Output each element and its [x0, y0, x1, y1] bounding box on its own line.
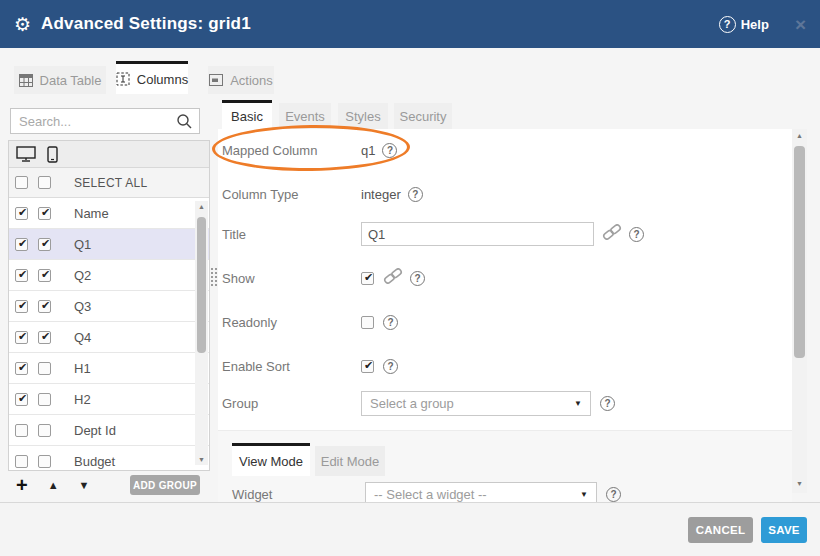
cancel-button[interactable]: CANCEL — [688, 517, 753, 543]
readonly-help-icon[interactable]: ? — [383, 315, 398, 330]
column-row[interactable]: Q4 — [9, 322, 209, 353]
dialog-header: ⚙ Advanced Settings: grid1 ? Help × — [0, 0, 820, 48]
mobile-checkbox[interactable] — [38, 238, 51, 251]
scroll-up-icon[interactable]: ▲ — [195, 203, 208, 210]
column-row[interactable]: Name — [9, 198, 209, 229]
column-name: Name — [74, 206, 109, 221]
column-name: Dept Id — [74, 423, 116, 438]
desktop-checkbox[interactable] — [15, 362, 28, 375]
column-name: Q1 — [74, 237, 91, 252]
widget-help-icon[interactable]: ? — [606, 487, 621, 502]
move-up-button[interactable]: ▲ — [48, 479, 59, 491]
readonly-checkbox[interactable] — [361, 316, 374, 329]
column-row[interactable]: Q3 — [9, 291, 209, 322]
tab-security[interactable]: Security — [394, 103, 452, 129]
title-help-icon[interactable]: ? — [629, 227, 644, 242]
search-icon[interactable] — [176, 113, 193, 130]
column-list: NameQ1Q2Q3Q4H1H2Dept IdBudget ▲ ▼ — [9, 198, 209, 469]
show-checkbox[interactable] — [361, 272, 374, 285]
mobile-icon[interactable] — [47, 146, 58, 163]
show-help-icon[interactable]: ? — [410, 271, 425, 286]
save-button[interactable]: SAVE — [761, 517, 807, 543]
form-scrollbar[interactable]: ▲ ▼ — [792, 129, 807, 493]
desktop-icon[interactable] — [16, 146, 36, 162]
mobile-checkbox[interactable] — [38, 331, 51, 344]
add-group-button[interactable]: ADD GROUP — [130, 475, 200, 495]
group-help-icon[interactable]: ? — [600, 396, 615, 411]
desktop-checkbox[interactable] — [15, 269, 28, 282]
column-row[interactable]: H1 — [9, 353, 209, 384]
column-row[interactable]: Dept Id — [9, 415, 209, 446]
enable-sort-checkbox[interactable] — [361, 360, 374, 373]
help-icon[interactable]: ? — [719, 16, 736, 33]
title-row: Title ? — [218, 221, 792, 247]
desktop-checkbox[interactable] — [15, 393, 28, 406]
columns-list-panel: SELECT ALL NameQ1Q2Q3Q4H1H2Dept IdBudget… — [8, 140, 210, 471]
tab-actions[interactable]: Actions — [208, 66, 274, 94]
tab-basic[interactable]: Basic — [222, 100, 272, 129]
link-icon[interactable] — [383, 268, 403, 284]
scroll-up-icon[interactable]: ▲ — [792, 132, 807, 139]
desktop-checkbox[interactable] — [15, 424, 28, 437]
desktop-checkbox[interactable] — [15, 238, 28, 251]
readonly-row: Readonly ? — [218, 309, 792, 335]
mobile-checkbox[interactable] — [38, 424, 51, 437]
show-row: Show ? — [218, 265, 792, 291]
scroll-down-icon[interactable]: ▼ — [195, 456, 208, 463]
select-all-label: SELECT ALL — [74, 176, 148, 190]
column-row[interactable]: Budget — [9, 446, 209, 469]
help-link[interactable]: Help — [741, 17, 769, 32]
mobile-checkbox[interactable] — [38, 455, 51, 468]
dialog-footer: CANCEL SAVE — [0, 502, 820, 556]
add-column-button[interactable]: + — [16, 475, 28, 495]
gear-icon: ⚙ — [14, 15, 31, 34]
panel-splitter-handle[interactable] — [209, 266, 218, 288]
scroll-down-icon[interactable]: ▼ — [792, 480, 807, 487]
desktop-checkbox[interactable] — [15, 207, 28, 220]
mobile-checkbox[interactable] — [38, 393, 51, 406]
desktop-checkbox[interactable] — [15, 331, 28, 344]
tab-label: Edit Mode — [321, 454, 380, 469]
tab-label: Actions — [230, 73, 273, 88]
move-down-button[interactable]: ▼ — [79, 479, 90, 491]
search-input[interactable] — [11, 109, 171, 133]
widget-select[interactable]: -- Select a widget -- ▼ — [365, 482, 597, 502]
device-header-row — [9, 141, 209, 168]
desktop-checkbox[interactable] — [15, 300, 28, 313]
title-input[interactable] — [361, 222, 594, 246]
dialog-title: Advanced Settings: grid1 — [41, 14, 251, 34]
tab-data-table[interactable]: Data Table — [14, 66, 106, 94]
column-row[interactable]: Q2 — [9, 260, 209, 291]
enable-sort-help-icon[interactable]: ? — [383, 359, 398, 374]
select-all-row[interactable]: SELECT ALL — [9, 168, 209, 198]
column-row[interactable]: H2 — [9, 384, 209, 415]
link-icon[interactable] — [602, 224, 622, 240]
column-name: H2 — [74, 392, 91, 407]
tab-label: Events — [285, 109, 325, 124]
mobile-checkbox[interactable] — [38, 207, 51, 220]
readonly-label: Readonly — [218, 315, 361, 330]
list-scrollbar[interactable]: ▲ ▼ — [195, 201, 208, 465]
widget-row: Widget -- Select a widget -- ▼ ? — [218, 482, 792, 502]
group-select[interactable]: Select a group ▼ — [361, 391, 591, 416]
scrollbar-thumb[interactable] — [197, 217, 206, 353]
mobile-checkbox[interactable] — [38, 300, 51, 313]
tab-columns[interactable]: Columns — [116, 61, 188, 94]
column-type-help-icon[interactable]: ? — [408, 187, 423, 202]
tab-view-mode[interactable]: View Mode — [232, 443, 310, 476]
close-icon[interactable]: × — [795, 15, 806, 34]
column-name: Budget — [74, 454, 115, 469]
column-row[interactable]: Q1 — [9, 229, 209, 260]
column-type-value: integer — [361, 187, 401, 202]
column-name: Q3 — [74, 299, 91, 314]
tab-edit-mode[interactable]: Edit Mode — [315, 446, 385, 476]
mobile-checkbox[interactable] — [38, 269, 51, 282]
scrollbar-thumb[interactable] — [794, 146, 805, 358]
mobile-checkbox[interactable] — [38, 362, 51, 375]
select-all-mobile-checkbox[interactable] — [38, 176, 51, 189]
select-all-desktop-checkbox[interactable] — [15, 176, 28, 189]
desktop-checkbox[interactable] — [15, 455, 28, 468]
advanced-settings-dialog: ⚙ Advanced Settings: grid1 ? Help × Data… — [0, 0, 820, 556]
list-toolbar: + ▲ ▼ ADD GROUP — [8, 472, 210, 498]
group-label: Group — [218, 396, 361, 411]
